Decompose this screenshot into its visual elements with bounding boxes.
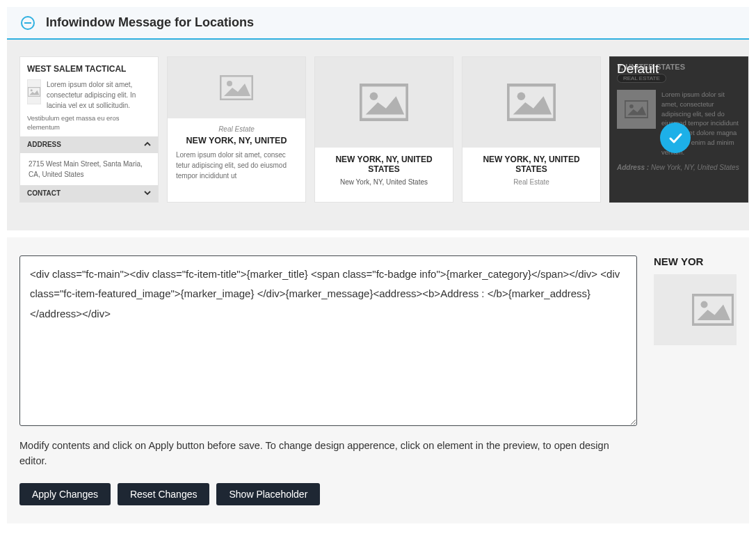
chevron-down-icon xyxy=(144,189,151,198)
address-value: New York, NY, United States xyxy=(651,164,739,171)
check-icon xyxy=(660,123,691,153)
card-title: NEW YORK, NY, UNITED xyxy=(176,136,297,145)
preview-title: NEW YOR xyxy=(654,255,737,267)
collapse-icon xyxy=(21,16,35,30)
accordion-contact-header[interactable]: CONTACT xyxy=(20,185,158,202)
template-textarea[interactable] xyxy=(19,255,637,426)
address-label: Address : xyxy=(617,164,649,171)
accordion-address-header[interactable]: ADDRESS xyxy=(20,136,158,153)
section-title: Infowindow Message for Locations xyxy=(46,15,254,30)
accordion-label: CONTACT xyxy=(27,189,61,197)
editor-section: Modify contents and click on Apply butto… xyxy=(7,237,749,523)
chevron-up-icon xyxy=(144,141,151,149)
card-title: NEW YORK, NY, UNITED STATES xyxy=(471,155,592,174)
card-desc-bottom: Vestibulum eget massa eu eros elementum xyxy=(20,113,158,136)
show-placeholder-button[interactable]: Show Placeholder xyxy=(216,483,320,505)
button-row: Apply Changes Reset Changes Show Placeho… xyxy=(19,483,637,505)
accordion-address-body: 2715 West Main Street, Santa Maria, CA, … xyxy=(20,153,158,185)
image-placeholder-icon xyxy=(315,57,453,148)
card-title: NEW YORK, NY, UNITED STATES xyxy=(323,155,444,174)
card-top-row: Lorem ipsum dolor sit amet, consectetur … xyxy=(20,77,158,113)
templates-container: WEST SALEM TACTICAL Lorem ipsum dolor si… xyxy=(7,40,749,230)
image-placeholder-icon xyxy=(617,90,656,129)
image-placeholder-icon xyxy=(168,57,305,118)
template-card[interactable]: NEW YORK, NY, UNITED STATES New York, NY… xyxy=(314,56,453,203)
card-body: NEW YORK, NY, UNITED STATES Real Estate xyxy=(463,148,600,198)
templates-row: WEST SALEM TACTICAL Lorem ipsum dolor si… xyxy=(19,56,737,203)
image-placeholder-icon xyxy=(654,274,737,345)
preview-panel: NEW YOR xyxy=(654,255,737,505)
apply-changes-button[interactable]: Apply Changes xyxy=(19,483,111,505)
card-body: Real Estate NEW YORK, NY, UNITED Lorem i… xyxy=(168,118,305,191)
card-address: Address : New York, NY, United States xyxy=(610,159,748,175)
card-body: NEW YORK, NY, UNITED STATES New York, NY… xyxy=(315,148,453,196)
card-category: Real Estate xyxy=(471,178,592,186)
image-placeholder-icon xyxy=(27,79,41,104)
reset-changes-button[interactable]: Reset Changes xyxy=(118,483,210,505)
svg-point-4 xyxy=(227,81,232,86)
svg-point-2 xyxy=(31,89,33,91)
template-card[interactable]: Real Estate NEW YORK, NY, UNITED Lorem i… xyxy=(167,56,306,203)
template-card-selected[interactable]: Default Y, UNITED STATES REAL ESTATE Lor… xyxy=(609,56,748,203)
image-placeholder-icon xyxy=(463,57,600,148)
card-subtitle: New York, NY, United States xyxy=(323,178,444,186)
help-text: Modify contents and click on Apply butto… xyxy=(19,438,637,469)
selected-label: Default xyxy=(617,61,659,77)
template-card[interactable]: WEST SALEM TACTICAL Lorem ipsum dolor si… xyxy=(19,56,159,203)
card-desc: Lorem ipsum dolor sit amet, consec tetur… xyxy=(176,150,297,181)
card-category: Real Estate xyxy=(176,125,297,133)
section-header[interactable]: Infowindow Message for Locations xyxy=(7,7,749,40)
accordion-label: ADDRESS xyxy=(27,141,61,148)
template-card[interactable]: NEW YORK, NY, UNITED STATES Real Estate xyxy=(462,56,601,203)
card-desc: Lorem ipsum dolor sit amet, consectetur … xyxy=(47,79,151,111)
editor-left: Modify contents and click on Apply butto… xyxy=(19,255,637,505)
card-title: WEST SALEM TACTICAL xyxy=(20,57,158,77)
svg-point-6 xyxy=(370,92,378,100)
svg-point-8 xyxy=(517,92,526,100)
svg-point-10 xyxy=(629,104,634,109)
svg-point-12 xyxy=(701,301,708,308)
